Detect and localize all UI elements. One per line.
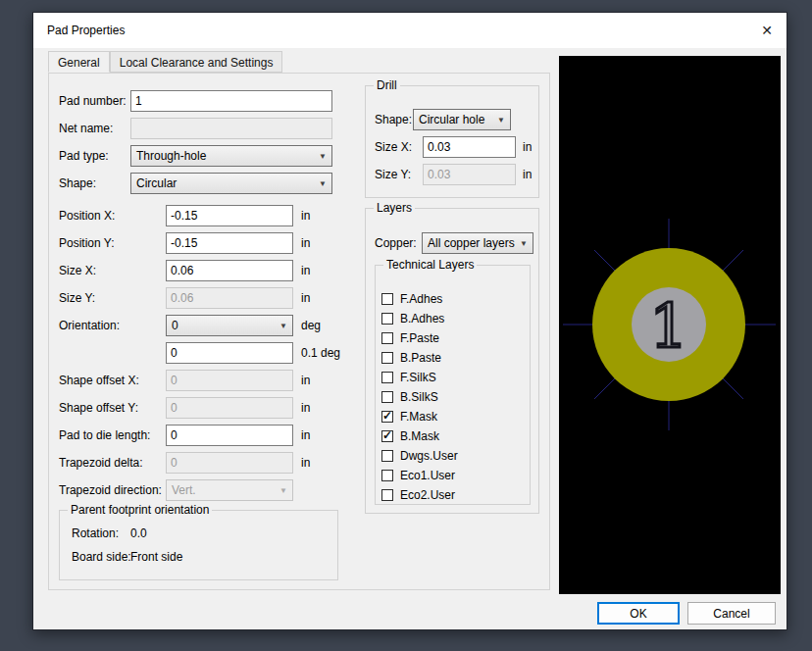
size-x-input[interactable]	[166, 260, 293, 281]
orientation-value: 0	[172, 319, 178, 332]
shape-offset-x-input	[166, 370, 293, 391]
size-y-unit: in	[301, 287, 310, 309]
board-side-value: Front side	[130, 546, 182, 568]
copper-value: All copper layers	[428, 236, 515, 250]
pad-to-die-input[interactable]	[166, 425, 293, 446]
layer-item-b-paste[interactable]: B.Paste	[376, 349, 530, 369]
size-x-unit: in	[301, 260, 310, 281]
drill-shape-select[interactable]: Circular hole ▼	[413, 109, 511, 130]
layer-label: B.Adhes	[400, 310, 444, 328]
layer-item-eco1-user[interactable]: Eco1.User	[376, 467, 530, 486]
position-y-input[interactable]	[166, 232, 293, 254]
drill-group: Drill Shape: Circular hole ▼ Size X: in …	[365, 85, 539, 198]
pad-type-row: Pad type: Through-hole ▼	[49, 145, 363, 167]
desktop-background: Pad Properties ✕ General Local Clearance…	[0, 0, 812, 651]
pad-type-value: Through-hole	[136, 149, 206, 163]
drill-size-y-label: Size Y:	[375, 164, 411, 185]
pad-preview-drawing: 1	[559, 56, 781, 594]
layer-item-f-mask[interactable]: F.Mask	[376, 408, 530, 427]
shape-offset-x-unit: in	[301, 370, 310, 391]
net-name-row: Net name:	[49, 118, 363, 139]
trapezoid-direction-label: Trapezoid direction:	[59, 479, 162, 501]
net-name-input	[130, 118, 332, 139]
orientation-row: Orientation: 0 ▼ deg	[49, 315, 363, 336]
chevron-down-icon: ▼	[520, 239, 528, 248]
pad-number-input[interactable]	[130, 90, 332, 112]
drill-size-y-unit: in	[523, 164, 532, 185]
trapezoid-delta-input	[166, 452, 293, 474]
position-y-row: Position Y: in	[49, 232, 363, 254]
shape-offset-y-input	[166, 397, 293, 419]
layer-checkbox-b-adhes[interactable]	[381, 313, 393, 325]
layer-label: Dwgs.User	[400, 447, 458, 466]
tab-local-clearance[interactable]: Local Clearance and Settings	[110, 51, 283, 73]
layer-checkbox-eco1-user[interactable]	[381, 470, 393, 481]
layer-label: B.Mask	[400, 427, 439, 446]
layer-checkbox-f-adhes[interactable]	[381, 293, 393, 305]
layer-label: F.Mask	[400, 408, 437, 426]
layer-checkbox-eco2-user[interactable]	[381, 489, 393, 501]
tab-bar: General Local Clearance and Settings	[48, 51, 282, 73]
position-x-unit: in	[301, 205, 310, 226]
position-x-row: Position X: in	[49, 205, 363, 226]
net-name-label: Net name:	[59, 118, 113, 139]
rotation-label: Rotation:	[72, 523, 119, 544]
drill-legend: Drill	[374, 78, 400, 92]
technical-layers-group: Technical Layers F.Adhes B.Adhes F.Paste	[375, 265, 531, 505]
position-x-input[interactable]	[166, 205, 293, 226]
trapezoid-delta-label: Trapezoid delta:	[59, 452, 143, 474]
layer-label: B.Paste	[400, 349, 441, 368]
layer-item-dwgs-user[interactable]: Dwgs.User	[376, 447, 530, 467]
drill-size-x-label: Size X:	[375, 136, 412, 158]
pad-number-row: Pad number:	[49, 90, 363, 112]
close-button[interactable]: ✕	[755, 20, 779, 41]
layer-item-f-paste[interactable]: F.Paste	[376, 329, 530, 349]
layer-label: B.SilkS	[400, 388, 438, 407]
window-title: Pad Properties	[47, 24, 125, 37]
trapezoid-direction-select: Vert. ▼	[166, 479, 293, 501]
pad-number-preview-text: 1	[649, 290, 687, 362]
layer-item-b-adhes[interactable]: B.Adhes	[376, 310, 530, 329]
drill-size-x-input[interactable]	[423, 136, 516, 158]
position-y-label: Position Y:	[59, 232, 114, 254]
shape-offset-y-row: Shape offset Y: in	[49, 397, 363, 419]
drill-size-y-input	[423, 164, 516, 185]
layers-group: Layers Copper: All copper layers ▼ Techn…	[365, 208, 539, 514]
tab-general[interactable]: General	[48, 51, 110, 73]
layer-checkbox-b-paste[interactable]	[381, 352, 393, 364]
orientation-custom-row: 0.1 deg	[49, 342, 363, 364]
pad-number-label: Pad number:	[59, 90, 127, 112]
orientation-custom-input[interactable]	[166, 342, 293, 364]
titlebar[interactable]: Pad Properties ✕	[33, 13, 787, 48]
pad-type-label: Pad type:	[59, 145, 109, 167]
layer-checkbox-b-mask[interactable]	[381, 430, 393, 442]
shape-select[interactable]: Circular ▼	[130, 173, 332, 194]
shape-row: Shape: Circular ▼	[49, 173, 363, 194]
layer-checkbox-f-mask[interactable]	[381, 411, 393, 423]
chevron-down-icon: ▼	[319, 179, 327, 188]
pad-type-select[interactable]: Through-hole ▼	[130, 145, 332, 167]
layer-label: F.Paste	[400, 329, 439, 348]
layer-item-b-mask[interactable]: B.Mask	[376, 427, 530, 447]
layer-checkbox-b-silks[interactable]	[381, 391, 393, 403]
position-x-label: Position X:	[59, 205, 115, 226]
size-y-input	[166, 287, 293, 309]
ok-button[interactable]: OK	[597, 602, 680, 625]
layer-checkbox-f-silks[interactable]	[381, 372, 393, 383]
size-y-row: Size Y: in	[49, 287, 363, 309]
cancel-button[interactable]: Cancel	[687, 602, 776, 625]
size-x-label: Size X:	[59, 260, 96, 281]
layer-checkbox-f-paste[interactable]	[381, 332, 393, 344]
rotation-value: 0.0	[130, 523, 147, 544]
shape-offset-x-label: Shape offset X:	[59, 370, 139, 391]
layer-item-eco2-user[interactable]: Eco2.User	[376, 486, 530, 506]
copper-select[interactable]: All copper layers ▼	[422, 232, 533, 254]
layer-item-f-silks[interactable]: F.SilkS	[376, 369, 530, 388]
layer-item-f-adhes[interactable]: F.Adhes	[376, 290, 530, 310]
shape-offset-x-row: Shape offset X: in	[49, 370, 363, 391]
copper-label: Copper:	[375, 232, 417, 254]
orientation-select[interactable]: 0 ▼	[166, 315, 293, 336]
layer-item-b-silks[interactable]: B.SilkS	[376, 388, 530, 408]
layer-checkbox-dwgs-user[interactable]	[381, 450, 393, 462]
orientation-custom-unit: 0.1 deg	[301, 342, 340, 364]
